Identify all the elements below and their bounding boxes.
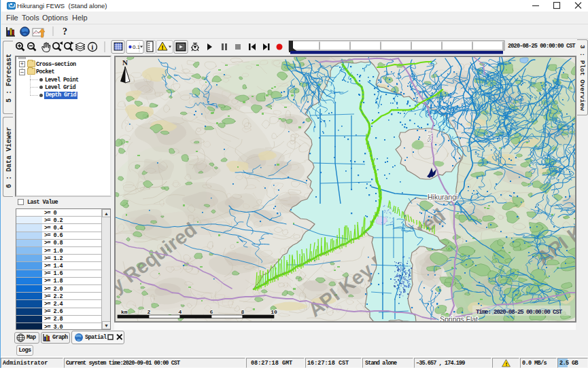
svg-text:6: 6 [210, 309, 213, 315]
svg-text:Springs Flat: Springs Flat [440, 315, 478, 321]
svg-text:4: 4 [179, 309, 182, 315]
svg-text:2: 2 [148, 309, 151, 315]
svg-text:?: ? [63, 26, 67, 37]
svg-text:!: ! [162, 44, 164, 51]
svg-text:Hikurangi: Hikurangi [428, 193, 457, 201]
svg-text:N: N [122, 58, 128, 67]
svg-text:SH 1: SH 1 [426, 130, 434, 143]
svg-text:i: i [92, 43, 94, 51]
svg-text:8: 8 [241, 309, 245, 315]
svg-text:2020-08-25 00:00:00 CST: 2020-08-25 00:00:00 CST [508, 43, 576, 50]
svg-text:!: ! [504, 361, 507, 367]
svg-text:10: 10 [271, 309, 277, 315]
svg-text:km: km [121, 309, 128, 315]
svg-text:Time: 2020-08-25 00:00:00 CST: Time: 2020-08-25 00:00:00 CST [476, 309, 563, 316]
